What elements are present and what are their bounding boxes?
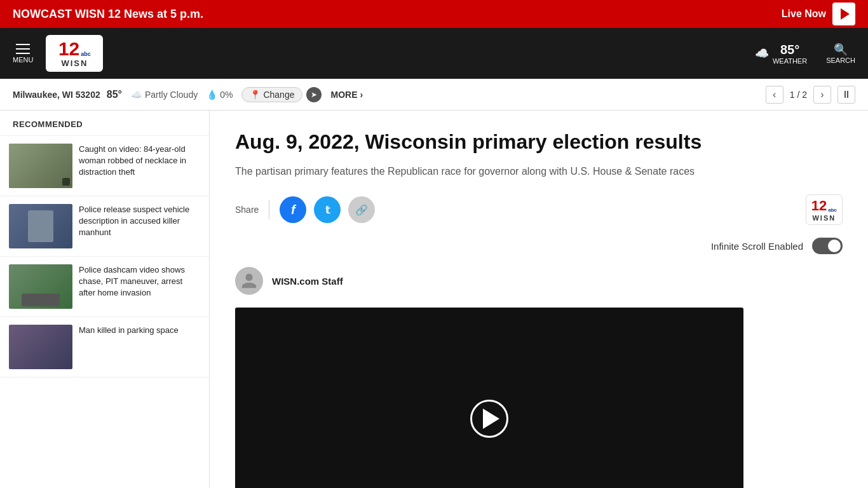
search-icon: 🔍 bbox=[834, 43, 848, 57]
sidebar-item-text-3: Man killed in parking space bbox=[79, 325, 179, 369]
sidebar-item-text-0: Caught on video: 84-year-old woman robbe… bbox=[79, 144, 200, 188]
sidebar-thumb-3 bbox=[9, 325, 72, 369]
sidebar: RECOMMENDED Caught on video: 84-year-old… bbox=[0, 111, 210, 488]
share-link-button[interactable]: 🔗 bbox=[348, 196, 375, 223]
share-divider bbox=[269, 200, 269, 219]
facebook-icon: f bbox=[291, 203, 295, 217]
weather-condition: ☁️ Partly Cloudy bbox=[131, 90, 198, 100]
menu-button[interactable]: MENU bbox=[13, 44, 33, 64]
author-row: WISN.com Staff bbox=[235, 267, 843, 295]
live-play-button[interactable] bbox=[832, 3, 855, 25]
logo[interactable]: 12 abc WISN bbox=[46, 35, 103, 72]
search-button[interactable]: 🔍 SEARCH bbox=[826, 43, 855, 64]
condition-text: Partly Cloudy bbox=[145, 90, 198, 100]
sidebar-thumb-0 bbox=[9, 144, 72, 188]
breaking-bar-text: NOWCAST WISN 12 News at 5 p.m. bbox=[13, 8, 203, 21]
gps-button[interactable]: ➤ bbox=[306, 87, 322, 102]
sidebar-thumb-1 bbox=[9, 204, 72, 248]
logo-number: 12 bbox=[58, 39, 79, 58]
hamburger-icon bbox=[16, 44, 30, 54]
twitter-icon: 𝕥 bbox=[325, 204, 330, 216]
breaking-bar: NOWCAST WISN 12 News at 5 p.m. Live Now bbox=[0, 0, 868, 28]
article-subtitle: The partisan primary features the Republ… bbox=[235, 164, 843, 179]
video-play-button[interactable] bbox=[470, 400, 508, 438]
live-now-label: Live Now bbox=[782, 8, 826, 20]
chevron-right-icon: › bbox=[360, 90, 363, 100]
share-facebook-button[interactable]: f bbox=[280, 196, 306, 223]
author-avatar bbox=[235, 267, 263, 295]
share-row: Share f 𝕥 🔗 12 abc WISN bbox=[235, 194, 843, 225]
play-triangle-icon bbox=[483, 409, 499, 429]
menu-label: MENU bbox=[13, 56, 33, 64]
pagination: ‹ 1 / 2 › ⏸ bbox=[766, 86, 855, 104]
header-right: ☁️ 85° WEATHER 🔍 SEARCH bbox=[755, 43, 855, 65]
infinite-scroll-label: Infinite Scroll Enabled bbox=[711, 241, 803, 252]
more-label: MORE bbox=[330, 90, 357, 100]
header-weather-label: WEATHER bbox=[773, 57, 807, 65]
content-area: Aug. 9, 2022, Wisconsin primary election… bbox=[210, 111, 868, 488]
logo-abc: abc bbox=[81, 51, 91, 57]
prev-arrow-button[interactable]: ‹ bbox=[766, 86, 783, 104]
link-icon: 🔗 bbox=[355, 204, 368, 216]
weather-location: Milwaukee, WI 53202 bbox=[13, 90, 100, 100]
precip-value: 0% bbox=[220, 90, 233, 100]
change-location-button[interactable]: 📍 Change bbox=[241, 87, 302, 102]
page-indicator: 1 / 2 bbox=[790, 90, 807, 100]
header: MENU 12 abc WISN ☁️ 85° WEATH bbox=[0, 28, 868, 79]
more-button[interactable]: MORE › bbox=[330, 90, 363, 100]
sidebar-item-3[interactable]: Man killed in parking space bbox=[0, 317, 209, 377]
pause-button[interactable]: ⏸ bbox=[837, 86, 855, 104]
logo-wisn: WISN bbox=[61, 58, 88, 68]
header-left: MENU 12 abc WISN bbox=[13, 35, 103, 72]
sidebar-item-text-1: Police release suspect vehicle descripti… bbox=[79, 204, 200, 248]
sidebar-item-0[interactable]: Caught on video: 84-year-old woman robbe… bbox=[0, 136, 209, 196]
header-weather-temp: 85° bbox=[780, 43, 799, 57]
wisn-logo-box: 12 abc WISN bbox=[46, 35, 103, 72]
search-label: SEARCH bbox=[826, 57, 855, 64]
weather-widget[interactable]: ☁️ 85° WEATHER bbox=[755, 43, 807, 65]
sidebar-item-1[interactable]: Police release suspect vehicle descripti… bbox=[0, 196, 209, 257]
next-arrow-button[interactable]: › bbox=[813, 86, 831, 104]
compass-icon: ➤ bbox=[311, 90, 317, 99]
live-now-button[interactable]: Live Now bbox=[782, 3, 855, 25]
location-pin-icon: 📍 bbox=[250, 90, 261, 100]
weather-bar: Milwaukee, WI 53202 85° ☁️ Partly Cloudy… bbox=[0, 79, 868, 111]
watermark-wisn: WISN bbox=[812, 214, 836, 222]
share-label: Share bbox=[235, 205, 259, 215]
weather-sun-icon: ☁️ bbox=[755, 46, 769, 60]
rain-icon: 💧 bbox=[207, 90, 217, 100]
wisn-watermark: 12 abc WISN bbox=[806, 194, 843, 225]
sidebar-thumb-2 bbox=[9, 264, 72, 309]
main-layout: RECOMMENDED Caught on video: 84-year-old… bbox=[0, 111, 868, 488]
watermark-abc: abc bbox=[828, 207, 837, 213]
author-name: WISN.com Staff bbox=[272, 276, 343, 287]
watermark-number: 12 bbox=[811, 198, 827, 214]
infinite-scroll-row: Infinite Scroll Enabled bbox=[235, 238, 843, 254]
share-twitter-button[interactable]: 𝕥 bbox=[314, 196, 341, 223]
user-icon bbox=[240, 272, 258, 290]
weather-precip: 💧 0% bbox=[207, 90, 233, 100]
weather-bar-temp: 85° bbox=[107, 89, 122, 100]
sidebar-item-2[interactable]: Police dashcam video shows chase, PIT ma… bbox=[0, 257, 209, 317]
infinite-scroll-toggle[interactable] bbox=[812, 238, 843, 254]
recommended-header: RECOMMENDED bbox=[0, 111, 209, 136]
change-label: Change bbox=[263, 90, 294, 100]
sidebar-item-text-2: Police dashcam video shows chase, PIT ma… bbox=[79, 264, 200, 309]
video-player[interactable] bbox=[235, 308, 743, 488]
cloud-icon: ☁️ bbox=[131, 90, 142, 100]
article-title: Aug. 9, 2022, Wisconsin primary election… bbox=[235, 130, 843, 154]
